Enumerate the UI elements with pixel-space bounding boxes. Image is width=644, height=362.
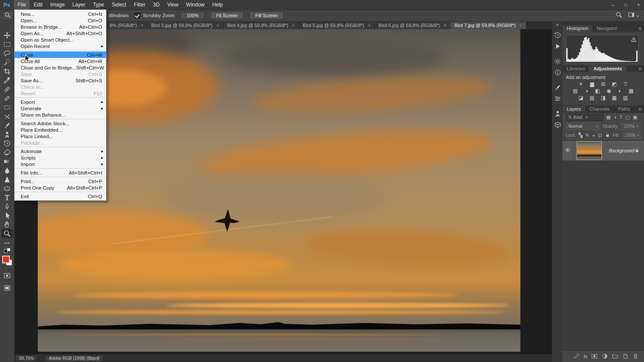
path-selection-tool[interactable] <box>2 211 13 220</box>
menu-filter[interactable]: Filter <box>130 0 149 9</box>
document-image[interactable] <box>38 29 520 352</box>
fill-screen-button[interactable]: Fill Screen <box>249 12 284 19</box>
device-preview-panel-icon[interactable] <box>552 56 563 67</box>
file-menu-item-close-and-go-to-bridge[interactable]: Close and Go to Bridge...Shift+Ctrl+W <box>15 64 106 71</box>
file-menu-item-place-linked[interactable]: Place Linked... <box>15 133 106 139</box>
tab-close-icon[interactable]: × <box>292 23 295 28</box>
file-menu-item-scripts[interactable]: Scripts▶ <box>15 154 106 161</box>
file-menu-item-file-info[interactable]: File Info...Alt+Shift+Ctrl+I <box>15 169 106 176</box>
color-lookup-adjustment-icon[interactable]: ▦ <box>627 88 635 94</box>
tab-adjustments[interactable]: Adjustments <box>589 66 626 72</box>
histogram-warning-icon[interactable] <box>631 36 637 43</box>
curves-adjustment-icon[interactable]: ⊞ <box>599 81 608 87</box>
document-tab[interactable]: 8% (RGB/8*)× <box>106 21 147 29</box>
lasso-tool[interactable] <box>2 49 13 58</box>
color-balance-adjustment-icon[interactable]: ◑ <box>583 88 591 94</box>
menu-layer[interactable]: Layer <box>68 0 89 9</box>
document-tab[interactable]: Bird 4.jpg @ 59,8% (RGB/8*)× <box>223 21 299 29</box>
zoom-level-field[interactable]: 59,75% <box>16 356 37 361</box>
type-tool[interactable] <box>2 193 13 202</box>
panel-menu-icon[interactable]: ≡ <box>639 66 641 71</box>
fill-dropdown[interactable]: 100%▾ <box>622 132 642 139</box>
file-menu-item-export[interactable]: Export▶ <box>15 99 106 105</box>
brushes-panel-icon[interactable] <box>552 82 563 93</box>
pen-tool[interactable] <box>2 202 13 211</box>
sponge-tool[interactable] <box>2 184 13 193</box>
file-menu-item-open-as-smart-object[interactable]: Open as Smart Object... <box>15 36 106 43</box>
brush-settings-panel-icon[interactable] <box>552 93 563 104</box>
crop-tool[interactable] <box>2 67 13 76</box>
layer-thumbnail[interactable] <box>577 141 602 160</box>
menu-window[interactable]: Window <box>182 0 209 9</box>
menu-file[interactable]: File <box>14 0 30 9</box>
gradient-tool[interactable] <box>2 157 13 166</box>
adjustment-layer-icon[interactable] <box>601 353 608 360</box>
shape-layer-filter-icon[interactable]: ▢ <box>626 115 630 120</box>
patch-tool[interactable] <box>2 103 13 112</box>
tool-preset-icon[interactable] <box>2 11 13 20</box>
tab-close-icon[interactable]: × <box>368 23 371 28</box>
channel-mixer-adjustment-icon[interactable]: ◐ <box>616 88 624 94</box>
adjustment-layer-filter-icon[interactable]: ◑ <box>614 115 617 120</box>
tab-histogram[interactable]: Histogram <box>562 25 592 32</box>
status-chevron-icon[interactable]: > <box>97 356 100 361</box>
link-icon[interactable] <box>573 353 580 360</box>
menu-help[interactable]: Help <box>208 0 227 9</box>
group-icon[interactable] <box>612 353 618 360</box>
layer-mask-icon[interactable] <box>591 353 598 360</box>
vibrance-adjustment-icon[interactable]: ▽ <box>622 81 630 87</box>
tab-channels[interactable]: Channels <box>585 106 614 112</box>
document-tab[interactable]: Bird 3.jpg @ 59,8% (RGB/8*)× <box>147 21 223 29</box>
new-layer-icon[interactable] <box>622 353 629 360</box>
brightness-contrast-adjustment-icon[interactable]: ☀ <box>577 81 585 87</box>
scrubby-zoom-checkbox[interactable] <box>134 12 140 18</box>
invert-adjustment-icon[interactable]: ◪ <box>577 95 585 101</box>
lock-all-icon[interactable] <box>605 133 610 139</box>
layer-visibility-toggle[interactable] <box>562 141 574 160</box>
lock-position-icon[interactable]: + <box>592 133 595 138</box>
tab-paths[interactable]: Paths <box>614 106 635 112</box>
tab-layers[interactable]: Layers <box>562 106 585 112</box>
file-menu-item-import[interactable]: Import▶ <box>15 161 106 167</box>
file-menu-item-exit[interactable]: ExitCtrl+Q <box>15 193 106 199</box>
content-aware-move-tool[interactable] <box>2 112 13 121</box>
layer-filter-kind-dropdown[interactable]: Kind ▾ <box>566 114 604 121</box>
quick-mask-icon[interactable] <box>3 272 11 281</box>
search-icon[interactable] <box>616 12 622 20</box>
eyedropper-tool[interactable] <box>2 76 13 85</box>
minimize-button[interactable]: – <box>612 3 614 7</box>
tab-close-icon[interactable]: × <box>444 23 446 28</box>
menu-type[interactable]: Type <box>89 0 108 9</box>
tab-navigator[interactable]: Navigator <box>592 25 621 32</box>
lock-artboard-icon[interactable]: ⊡ <box>598 133 602 138</box>
file-menu-item-generate[interactable]: Generate▶ <box>15 105 106 112</box>
menu-3d[interactable]: 3D <box>149 0 163 9</box>
document-tab[interactable]: Bird 5.jpg @ 59,8% (RGB/8*)× <box>299 21 374 29</box>
tab-close-icon[interactable]: × <box>141 23 143 28</box>
layer-name[interactable]: Background <box>609 148 634 153</box>
actions-panel-icon[interactable] <box>552 41 563 52</box>
zoom-100-button[interactable]: 100% <box>180 12 204 19</box>
layer-row-background[interactable]: Background <box>562 141 644 160</box>
3d-panel-icon[interactable] <box>552 119 563 130</box>
menu-view[interactable]: View <box>164 0 182 9</box>
file-menu-item-new[interactable]: New...Ctrl+N <box>15 11 106 17</box>
file-menu-item-open-recent[interactable]: Open Recent▶ <box>15 43 106 49</box>
clone-source-panel-icon[interactable] <box>552 108 563 119</box>
eraser-tool[interactable] <box>2 148 13 157</box>
blur-tool[interactable] <box>2 166 13 175</box>
levels-adjustment-icon[interactable]: ▆ <box>588 81 596 87</box>
file-menu-item-save-as[interactable]: Save As...Shift+Ctrl+S <box>15 77 106 84</box>
menu-edit[interactable]: Edit <box>30 0 46 9</box>
selective-color-adjustment-icon[interactable]: ▨ <box>622 95 630 101</box>
tab-close-icon[interactable]: × <box>519 23 522 28</box>
file-menu-item-print[interactable]: Print...Ctrl+P <box>15 178 106 184</box>
menu-select[interactable]: Select <box>108 0 130 9</box>
file-menu-item-browse-in-bridge[interactable]: Browse in Bridge...Alt+Ctrl+O <box>15 24 106 30</box>
lock-transparency-icon[interactable]: ▚ <box>579 133 582 138</box>
document-tab[interactable]: Bird 6.jpg @ 59,8% (RGB/8*)× <box>375 21 450 29</box>
history-panel-icon[interactable] <box>552 30 563 41</box>
scrubby-zoom-option[interactable]: Scrubby Zoom <box>134 12 175 18</box>
file-menu-item-open[interactable]: Open...Ctrl+O <box>15 17 106 24</box>
tab-close-icon[interactable]: × <box>216 23 219 28</box>
